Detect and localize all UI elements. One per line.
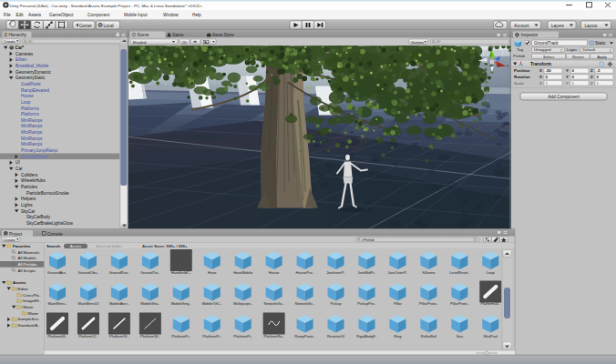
svg-text:Loop: Loop xyxy=(21,100,31,105)
svg-text:Killzone: Killzone xyxy=(422,270,436,275)
svg-text:Rotation: Rotation xyxy=(514,75,530,79)
svg-text:Create: Create xyxy=(4,238,15,242)
svg-text:Account: Account xyxy=(514,24,529,28)
svg-text:Multipurpo..: Multipurpo.. xyxy=(233,301,252,306)
svg-text:Loop: Loop xyxy=(487,270,496,275)
svg-text:MobileTiltC..: MobileTiltC.. xyxy=(202,301,222,306)
svg-text:Z: Z xyxy=(590,81,593,86)
svg-text:GoalPosts: GoalPosts xyxy=(21,82,41,86)
svg-text:All: All xyxy=(28,39,32,44)
svg-text:GeometryStatic: GeometryStatic xyxy=(15,76,46,80)
svg-text:Colliders: Colliders xyxy=(21,173,38,177)
svg-text:Center: Center xyxy=(79,24,92,28)
svg-text:HoseMobile: HoseMobile xyxy=(233,270,253,275)
svg-text:Assets: Assets xyxy=(13,280,26,285)
svg-text:Revert: Revert xyxy=(572,55,584,59)
svg-text:Y: Y xyxy=(566,68,569,73)
svg-text:RigidBodyF..: RigidBodyF.. xyxy=(356,334,376,339)
svg-text:Default: Default xyxy=(583,47,596,52)
svg-text:Z: Z xyxy=(590,68,593,73)
svg-text:Assets: Assets xyxy=(28,13,42,17)
svg-text:ParticleBurnoutSmoke: ParticleBurnoutSmoke xyxy=(26,191,69,196)
svg-text:Add Component: Add Component xyxy=(548,95,580,99)
svg-text:Selected folder: Selected folder xyxy=(96,244,122,248)
svg-text:Broadleaf_Mobile: Broadleaf_Mobile xyxy=(15,64,49,68)
svg-text:Gizmos: Gizmos xyxy=(411,40,424,45)
svg-text:Pickup: Pickup xyxy=(331,301,343,306)
svg-text:Layers: Layers xyxy=(551,24,564,28)
svg-text:UI: UI xyxy=(15,160,20,165)
svg-text:JoinInnerP..: JoinInnerP.. xyxy=(326,270,345,275)
svg-text:Water: Water xyxy=(28,311,39,316)
svg-text:ImageEff..: ImageEff.. xyxy=(23,298,41,303)
svg-text:Y: Y xyxy=(566,81,569,86)
svg-text:Mobile Input: Mobile Input xyxy=(124,13,148,17)
svg-text:SkyCar: SkyCar xyxy=(21,209,36,214)
svg-text:MobileSing..: MobileSing.. xyxy=(171,301,191,306)
svg-text:RampProto..: RampProto.. xyxy=(294,334,314,339)
svg-text:SampleSce..: SampleSce.. xyxy=(18,317,41,321)
svg-text:Game: Game xyxy=(172,33,184,37)
svg-text:CrossPla..: CrossPla.. xyxy=(23,293,41,298)
svg-text:Shaded: Shaded xyxy=(133,40,147,45)
svg-text:Asset Store: 999+ / 999+: Asset Store: 999+ / 999+ xyxy=(142,244,188,248)
svg-text:t:Prefab: t:Prefab xyxy=(362,238,375,242)
svg-text:Z: Z xyxy=(590,75,593,79)
svg-text:GroundTra..: GroundTra.. xyxy=(140,270,159,275)
svg-text:Y: Y xyxy=(566,75,569,79)
svg-text:JoinOuterP..: JoinOuterP.. xyxy=(388,270,408,275)
svg-text:Tag: Tag xyxy=(517,47,524,52)
svg-text:All Materials: All Materials xyxy=(18,250,41,255)
svg-text:Asset Store: Asset Store xyxy=(212,33,234,37)
svg-text:House: House xyxy=(269,270,280,275)
svg-text:Favorites: Favorites xyxy=(13,244,31,248)
svg-text:RollerBall: RollerBall xyxy=(421,334,436,339)
svg-text:Help: Help xyxy=(192,13,201,17)
svg-text:File: File xyxy=(4,13,11,17)
svg-text:Local: Local xyxy=(104,24,114,28)
svg-text:Hose: Hose xyxy=(208,270,217,275)
svg-text:Platform08..: Platform08.. xyxy=(47,334,67,339)
svg-text:HousePro..: HousePro.. xyxy=(296,270,314,275)
svg-text:Untagged: Untagged xyxy=(534,47,551,52)
svg-text:GroundTrack: GroundTrack xyxy=(534,41,559,46)
svg-text:MiniRamps: MiniRamps xyxy=(21,136,43,141)
svg-text:GeometryDynamic: GeometryDynamic xyxy=(15,70,51,75)
svg-text:Y: Y xyxy=(490,46,493,51)
svg-text:WheelsHubs: WheelsHubs xyxy=(21,178,46,183)
svg-text:Platform36..: Platform36.. xyxy=(140,334,160,339)
svg-text:MiniRamps: MiniRamps xyxy=(21,124,43,128)
svg-text:SkidTrail: SkidTrail xyxy=(484,334,498,339)
svg-text:PlatformPr..: PlatformPr.. xyxy=(233,334,252,339)
svg-text:‡: ‡ xyxy=(560,48,562,53)
svg-text:Particles: Particles xyxy=(21,185,38,189)
svg-text:SkyCarBody: SkyCarBody xyxy=(26,215,51,219)
svg-text:X: X xyxy=(507,64,509,68)
svg-text:Transform: Transform xyxy=(530,62,551,66)
svg-text:MiniRamps: MiniRamps xyxy=(21,130,43,135)
svg-text:Select: Select xyxy=(543,55,555,59)
svg-text:Console: Console xyxy=(47,232,63,237)
svg-text:Platform12..: Platform12.. xyxy=(78,334,98,339)
svg-text:Car: Car xyxy=(15,167,23,171)
svg-text:Editor: Editor xyxy=(18,287,29,291)
svg-text:‡: ‡ xyxy=(610,48,611,53)
svg-text:Layout: Layout xyxy=(585,24,599,28)
svg-text:Scene: Scene xyxy=(138,33,149,37)
svg-text:RampElevated: RampElevated xyxy=(21,88,49,93)
svg-text:X: X xyxy=(539,81,542,86)
svg-text:GroundObs..: GroundObs.. xyxy=(77,270,98,275)
svg-text:-5: -5 xyxy=(597,68,601,73)
svg-text:Window: Window xyxy=(163,13,179,17)
svg-text:Pillar: Pillar xyxy=(394,301,403,306)
svg-text:PlatformPr..: PlatformPr.. xyxy=(171,334,190,339)
svg-text:Apply: Apply xyxy=(597,55,608,59)
svg-text:Scale: Scale xyxy=(514,81,525,86)
svg-text:Static: Static xyxy=(595,41,606,46)
svg-text:PlatformPr..: PlatformPr.. xyxy=(202,334,221,339)
svg-text:All: All xyxy=(436,39,440,44)
svg-text:Inspector: Inspector xyxy=(521,33,539,37)
svg-text:MobileAircr..: MobileAircr.. xyxy=(109,301,129,306)
svg-text:All Scripts: All Scripts xyxy=(18,268,36,273)
svg-text:-50: -50 xyxy=(546,68,552,73)
